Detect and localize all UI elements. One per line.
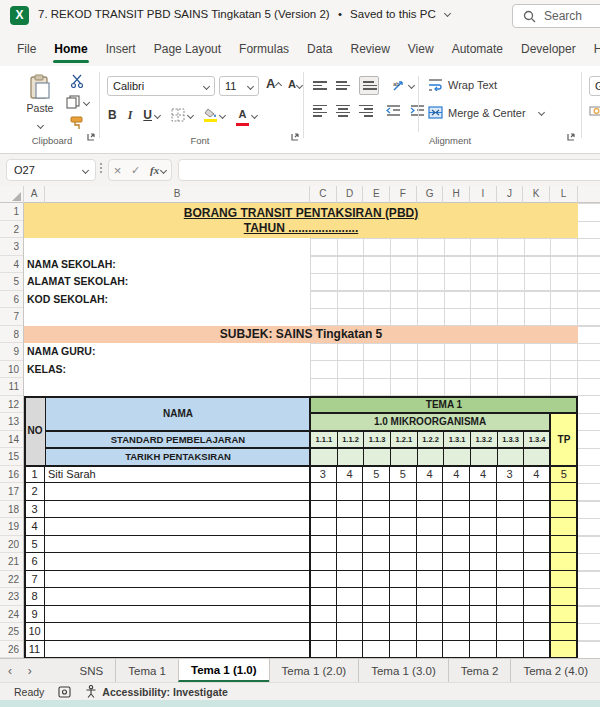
cell-K26[interactable] — [524, 641, 551, 659]
cell-G19[interactable] — [417, 518, 444, 536]
ribbon-tab-formulas[interactable]: Formulas — [230, 32, 298, 66]
cell-H17[interactable] — [443, 483, 470, 501]
borders-button[interactable] — [171, 108, 193, 122]
search-input[interactable]: Search — [512, 4, 600, 28]
cell-D23[interactable] — [337, 588, 364, 606]
ribbon-tab-help[interactable]: Help — [585, 32, 600, 66]
cell-C22[interactable] — [310, 571, 337, 589]
cell-I17[interactable] — [470, 483, 497, 501]
header-cell-std-1.1.1[interactable]: 1.1.1 — [310, 431, 338, 449]
cancel-button[interactable]: × — [114, 163, 122, 178]
header-cell-std-1.1.2[interactable]: 1.1.2 — [337, 431, 365, 449]
ribbon-tab-review[interactable]: Review — [341, 32, 398, 66]
cell-E22[interactable] — [363, 571, 390, 589]
align-middle-icon[interactable] — [336, 81, 350, 90]
cell-E23[interactable] — [363, 588, 390, 606]
cell-J20[interactable] — [497, 536, 524, 554]
cell-C21[interactable] — [310, 553, 337, 571]
cell-F25[interactable] — [390, 623, 417, 641]
cell-A8-subject-header[interactable]: SUBJEK: SAINS Tingkatan 5 — [24, 326, 578, 344]
cell-I18[interactable] — [470, 501, 497, 519]
cell-A18[interactable]: 3 — [24, 501, 45, 519]
cell-L23[interactable] — [550, 588, 578, 606]
cell-K18[interactable] — [524, 501, 551, 519]
cell-G22[interactable] — [417, 571, 444, 589]
cell-D17[interactable] — [337, 483, 364, 501]
cell-G25[interactable] — [417, 623, 444, 641]
col-header-K[interactable]: K — [523, 186, 550, 203]
sheet-nav-right-icon[interactable]: › — [20, 659, 40, 682]
cell-J22[interactable] — [497, 571, 524, 589]
cell-I21[interactable] — [470, 553, 497, 571]
row-header-20[interactable]: 20 — [0, 536, 23, 554]
header-cell-no[interactable]: NO — [24, 396, 46, 466]
cell-tarikh-8[interactable] — [523, 448, 551, 466]
cell-E17[interactable] — [363, 483, 390, 501]
cell-tarikh-4[interactable] — [417, 448, 445, 466]
copy-button[interactable] — [66, 95, 89, 109]
cell-J16[interactable]: 3 — [497, 466, 524, 484]
header-cell-std-1.3.4[interactable]: 1.3.4 — [523, 431, 551, 449]
cell-J23[interactable] — [497, 588, 524, 606]
cell-G26[interactable] — [417, 641, 444, 659]
accounting-format-button[interactable] — [589, 104, 600, 117]
col-header-D[interactable]: D — [337, 186, 364, 203]
formula-input[interactable] — [178, 159, 600, 181]
font-color-button[interactable]: A — [236, 104, 257, 126]
cell-F26[interactable] — [390, 641, 417, 659]
col-header-J[interactable]: J — [497, 186, 524, 203]
cell-J17[interactable] — [497, 483, 524, 501]
header-cell-std-1.3.3[interactable]: 1.3.3 — [497, 431, 525, 449]
row-header-9[interactable]: 9 — [0, 343, 23, 361]
enter-button[interactable]: ✓ — [131, 164, 140, 177]
cell-H22[interactable] — [443, 571, 470, 589]
align-left-icon[interactable] — [313, 105, 327, 117]
cell-E16[interactable]: 5 — [363, 466, 390, 484]
col-header-I[interactable]: I — [470, 186, 497, 203]
align-top-icon[interactable] — [313, 81, 327, 90]
cell-G23[interactable] — [417, 588, 444, 606]
cell-tarikh-7[interactable] — [497, 448, 525, 466]
format-painter-icon[interactable] — [70, 116, 85, 130]
header-cell-topic[interactable]: 1.0 MIKROORGANISMA — [310, 413, 550, 431]
cell-L26[interactable] — [550, 641, 578, 659]
cell-F19[interactable] — [390, 518, 417, 536]
decrease-indent-icon[interactable] — [386, 104, 401, 117]
cell-H26[interactable] — [443, 641, 470, 659]
saved-status-chevron-icon[interactable] — [444, 10, 451, 17]
font-dialog-launcher-icon[interactable] — [290, 132, 300, 142]
ribbon-tab-view[interactable]: View — [399, 32, 443, 66]
cell-L25[interactable] — [550, 623, 578, 641]
cell-A16[interactable]: 1 — [24, 466, 45, 484]
font-family-select[interactable]: Calibri — [107, 76, 215, 96]
cell-G17[interactable] — [417, 483, 444, 501]
col-header-B[interactable]: B — [45, 186, 310, 203]
orientation-button[interactable]: ab — [392, 79, 414, 92]
row-header-8[interactable]: 8 — [0, 326, 23, 344]
cell-A6-school-code-label[interactable]: KOD SEKOLAH: — [27, 291, 307, 309]
cell-I20[interactable] — [470, 536, 497, 554]
row-header-25[interactable]: 25 — [0, 623, 23, 641]
ribbon-tab-automate[interactable]: Automate — [443, 32, 512, 66]
cell-C26[interactable] — [310, 641, 337, 659]
row-header-10[interactable]: 10 — [0, 361, 23, 379]
cell-K20[interactable] — [524, 536, 551, 554]
sheet-nav-left-icon[interactable]: ‹ — [0, 659, 20, 682]
alignment-dialog-launcher-icon[interactable] — [566, 132, 576, 142]
cell-F23[interactable] — [390, 588, 417, 606]
cell-D20[interactable] — [337, 536, 364, 554]
cell-B21[interactable] — [45, 553, 310, 571]
cell-A17[interactable]: 2 — [24, 483, 45, 501]
cell-I25[interactable] — [470, 623, 497, 641]
cell-E20[interactable] — [363, 536, 390, 554]
cell-G21[interactable] — [417, 553, 444, 571]
cell-A24[interactable]: 9 — [24, 606, 45, 624]
header-cell-std-1.2.2[interactable]: 1.2.2 — [417, 431, 445, 449]
cell-F24[interactable] — [390, 606, 417, 624]
cell-L22[interactable] — [550, 571, 578, 589]
col-header-F[interactable]: F — [390, 186, 417, 203]
sheet-tab-tema-1[interactable]: Tema 1 — [115, 659, 178, 682]
cell-A10-class-label[interactable]: KELAS: — [27, 361, 307, 379]
cell-H25[interactable] — [443, 623, 470, 641]
sheet-tab-tema-2--4-0-[interactable]: Tema 2 (4.0) — [510, 659, 600, 682]
